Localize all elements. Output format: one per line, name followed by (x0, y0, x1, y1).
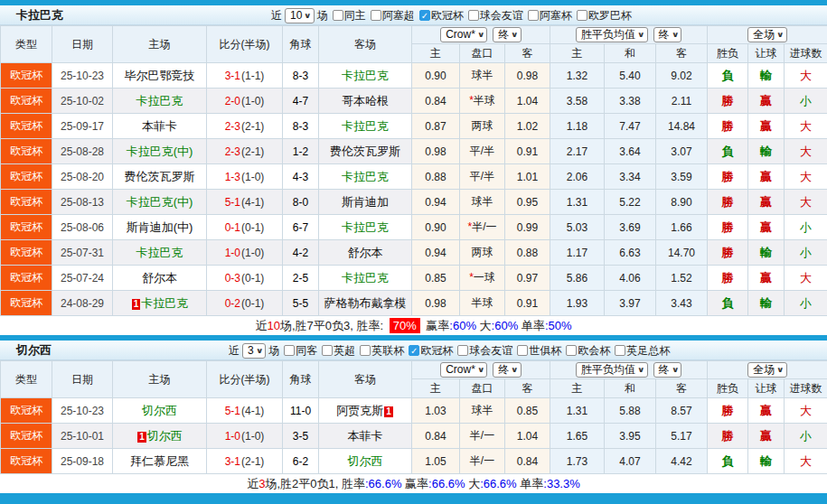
match-result: 負 (708, 139, 748, 164)
goals-over-under: 小 (785, 240, 827, 266)
avg-draw-odds: 6.63 (605, 240, 656, 266)
checkbox-checked-icon[interactable]: ✓ (409, 345, 419, 356)
competition-filter[interactable]: 英超 (317, 343, 355, 359)
avg-home-odds: 2.06 (550, 164, 605, 190)
column-header: 类型 (1, 26, 52, 63)
match-type: 欧冠杯 (1, 139, 52, 164)
table-row[interactable]: 欧冠杯25-08-13卡拉巴克(中)5-1(4-1)8-0斯肯迪加0.94球半0… (1, 190, 827, 215)
half-time-score: (2-1) (241, 455, 264, 468)
team-name: 卡拉巴克 (136, 246, 183, 259)
avg-home-odds: 1.73 (550, 449, 605, 474)
corner-count: 11-0 (283, 398, 319, 424)
handicap-text: 平/半 (470, 145, 494, 157)
checkbox-icon[interactable] (468, 10, 479, 21)
summary-segment: :33.3% (543, 477, 579, 490)
summary-segment: 单率 (517, 477, 544, 490)
recent-count-select[interactable]: 3∨ (242, 343, 266, 359)
bookmaker-select[interactable]: Crow*∨ (440, 27, 487, 42)
checkbox-icon[interactable] (615, 345, 625, 356)
team-name: 毕尔巴鄂竞技 (125, 69, 195, 82)
bookmaker-status-select[interactable]: 终∨ (493, 27, 522, 42)
handicap-result: 輸 (748, 449, 785, 474)
recent-count-select[interactable]: 10∨ (285, 8, 315, 23)
handicap-home-odds: 0.87 (412, 114, 460, 139)
checkbox-icon[interactable] (322, 345, 333, 356)
checkbox-icon[interactable] (333, 10, 343, 21)
table-row[interactable]: 欧冠杯25-10-011切尔西1-0(1-0)3-5本菲卡0.84半/一1.04… (1, 424, 827, 449)
competition-filter[interactable]: 同主 (328, 8, 366, 23)
checkbox-icon[interactable] (371, 10, 381, 21)
odds-status-select[interactable]: 终∨ (653, 27, 682, 42)
handicap-text: 半/一 (470, 429, 494, 442)
table-row[interactable]: 欧冠杯25-08-06斯肯迪加(中)0-1(0-1)6-7卡拉巴克0.90*半/… (1, 215, 827, 240)
filter-label: 英超 (334, 343, 355, 359)
competition-filter[interactable]: 欧会杯 (561, 343, 610, 359)
checkbox-icon[interactable] (517, 345, 528, 356)
team-title: 切尔西 (16, 342, 52, 359)
checkbox-icon[interactable] (577, 10, 587, 21)
odds-status-select[interactable]: 终∨ (653, 362, 682, 378)
away-team: 切尔西 (319, 449, 412, 474)
avg-draw-odds: 5.40 (605, 63, 656, 89)
score: 2-0(1-0) (207, 89, 283, 114)
table-row[interactable]: 欧冠杯25-09-18拜仁慕尼黑3-1(2-1)6-2切尔西1.05半/一0.8… (1, 449, 827, 474)
checkbox-icon[interactable] (528, 10, 539, 21)
competition-filter[interactable]: 世俱杯 (512, 343, 561, 359)
handicap-home-odds: 1.03 (412, 398, 460, 424)
table-row[interactable]: 欧冠杯25-09-17本菲卡2-3(2-1)8-3卡拉巴克0.87两球1.021… (1, 114, 827, 139)
odds-type-select[interactable]: 胜平负均值∨ (576, 27, 648, 42)
match-date: 25-08-20 (52, 164, 113, 190)
team-name: 费伦茨瓦罗斯 (330, 145, 400, 158)
bookmaker-select[interactable]: Crow*∨ (440, 362, 487, 378)
competition-filter[interactable]: ✓欧冠杯 (415, 8, 464, 23)
filter-label: 球会友谊 (469, 343, 512, 359)
checkbox-icon[interactable] (360, 345, 371, 356)
bookmaker-status-select[interactable]: 终∨ (493, 362, 522, 378)
competition-filter[interactable]: 球会友谊 (464, 8, 523, 23)
section-header: 卡拉巴克近10∨场同主阿塞超✓欧冠杯球会友谊阿塞杯欧罗巴杯 (0, 5, 827, 25)
half-time-score: (1-1) (241, 70, 264, 82)
match-scope-select[interactable]: 全场∨ (747, 362, 787, 378)
select-value: 3 (248, 344, 254, 357)
half-time-score: (2-1) (241, 145, 264, 158)
competition-filter[interactable]: 同客 (279, 343, 317, 359)
table-row[interactable]: 欧冠杯25-07-24舒尔本0-3(0-1)2-5卡拉巴克0.85*一球0.97… (1, 266, 827, 291)
competition-filter[interactable]: 英足总杯 (610, 343, 670, 359)
table-row[interactable]: 欧冠杯25-10-23毕尔巴鄂竞技3-1(1-1)8-3卡拉巴克0.90球半0.… (1, 63, 827, 89)
table-row[interactable]: 欧冠杯25-10-23切尔西5-1(4-1)11-0阿贾克斯11.03球半0.8… (1, 398, 827, 424)
competition-filter[interactable]: 阿塞杯 (523, 8, 572, 23)
summary-segment: :60% (449, 319, 476, 332)
match-result: 勝 (708, 114, 748, 139)
handicap-line: 球半 (460, 398, 505, 424)
match-date: 25-10-23 (52, 398, 113, 424)
avg-draw-odds: 3.64 (605, 139, 656, 164)
competition-filter[interactable]: 阿塞超 (366, 8, 415, 23)
sections-container: 卡拉巴克近10∨场同主阿塞超✓欧冠杯球会友谊阿塞杯欧罗巴杯类型日期主场比分(半场… (0, 5, 827, 493)
checkbox-icon[interactable] (457, 345, 468, 356)
odds-type-select[interactable]: 胜平负均值∨ (576, 362, 648, 378)
checkbox-icon[interactable] (566, 345, 577, 356)
table-row[interactable]: 欧冠杯25-08-20费伦茨瓦罗斯1-3(1-0)4-3卡拉巴克0.88平/半1… (1, 164, 827, 190)
summary-line: 近10场,胜7平0负3, 胜率: 70% 赢率:60% 大:60% 单率:50% (0, 316, 827, 335)
competition-filter[interactable]: 球会友谊 (453, 343, 512, 359)
match-result: 勝 (708, 89, 748, 114)
team-name: 切尔西 (348, 454, 383, 468)
table-row[interactable]: 欧冠杯25-08-28卡拉巴克(中)2-3(2-1)1-2费伦茨瓦罗斯0.98平… (1, 139, 827, 164)
match-result: 勝 (708, 266, 748, 291)
sub-column-header: 让球 (748, 379, 785, 398)
score: 0-1(0-1) (207, 215, 283, 240)
checkbox-checked-icon[interactable]: ✓ (419, 10, 430, 21)
avg-away-odds: 4.42 (656, 449, 708, 474)
match-scope-select[interactable]: 全场∨ (747, 27, 787, 42)
competition-filter[interactable]: ✓欧冠杯 (404, 343, 453, 359)
checkbox-icon[interactable] (284, 345, 295, 356)
avg-away-odds: 14.70 (656, 240, 708, 266)
match-type: 欧冠杯 (1, 164, 52, 190)
table-row[interactable]: 欧冠杯25-10-02卡拉巴克2-0(1-0)4-7哥本哈根0.84*半球1.0… (1, 89, 827, 114)
competition-filter[interactable]: 英联杯 (355, 343, 404, 359)
table-row[interactable]: 欧冠杯25-07-31卡拉巴克1-0(1-0)4-2舒尔本0.94两球0.881… (1, 240, 827, 266)
goals-over-under: 大 (785, 139, 827, 164)
handicap-text: 半球 (474, 94, 495, 107)
competition-filter[interactable]: 欧罗巴杯 (572, 8, 632, 23)
table-row[interactable]: 欧冠杯24-08-291卡拉巴克0-2(0-1)5-5萨格勒布戴拿模0.98半球… (1, 291, 827, 316)
